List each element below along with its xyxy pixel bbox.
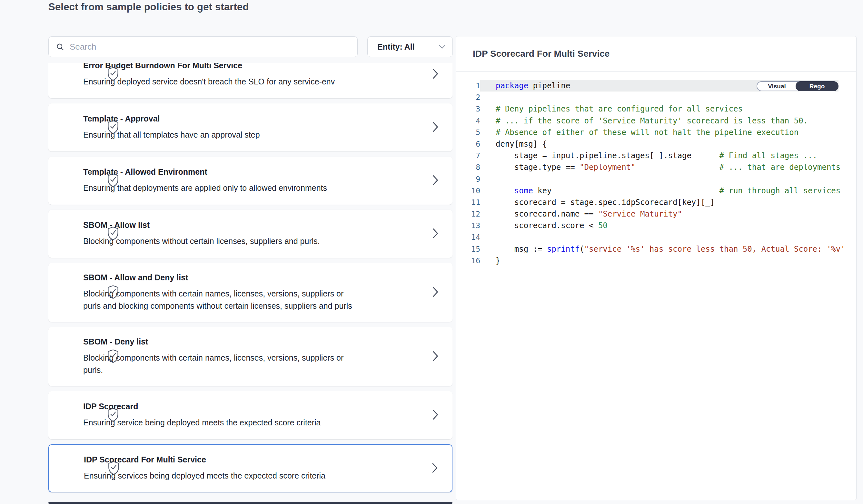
code-line-10: 10 some key # run through all services [456, 185, 856, 197]
code-line-15: 15 msg := sprintf("service '%s' has scor… [456, 243, 856, 255]
chevron-right-icon [433, 410, 438, 421]
line-number: 2 [456, 91, 480, 103]
policy-card-5[interactable]: SBOM - Allow and Deny listBlocking compo… [48, 263, 452, 322]
search-input[interactable] [70, 42, 357, 52]
policy-card-title: SBOM - Deny list [83, 337, 414, 346]
line-number: 11 [456, 197, 480, 208]
code-text: deny[msg] { [480, 138, 856, 150]
search-icon [56, 42, 64, 51]
policy-card-description: Ensuring services being deployed meets t… [84, 469, 413, 482]
line-number: 16 [456, 255, 480, 267]
code-text [480, 91, 856, 103]
detail-title: IDP Scorecard For Multi Service [473, 49, 610, 59]
policy-card-title: SBOM - Allow and Deny list [83, 273, 414, 282]
code-text: scorecard.name == "Service Maturity" [480, 208, 856, 220]
code-text: stage = input.pipeline.stages[_].stage #… [480, 150, 856, 161]
code-text: msg := sprintf("service '%s' has score l… [480, 243, 856, 255]
chevron-right-icon [433, 122, 438, 133]
policy-card-title: Template - Approval [83, 114, 414, 124]
code-line-16: 16} [456, 255, 856, 267]
entity-filter-label: Entity: All [377, 42, 415, 52]
policy-card-title: SBOM - Allow list [83, 220, 414, 230]
code-text: scorecard = stage.spec.idpScorecard[key]… [480, 197, 856, 208]
policy-card-description: Blocking components with certain names, … [83, 352, 414, 376]
shield-check-icon [107, 349, 119, 364]
line-number: 5 [456, 127, 480, 138]
rego-code-editor[interactable]: 1package pipeline23# Deny pipelines that… [456, 72, 856, 500]
shield-check-icon [107, 66, 119, 82]
policy-card-6[interactable]: SBOM - Deny listBlocking components with… [48, 327, 452, 386]
policy-card-4[interactable]: SBOM - Allow listBlocking components wit… [48, 210, 452, 258]
code-text: scorecard.score < 50 [480, 220, 856, 231]
view-mode-toggle: Visual Rego [756, 81, 838, 91]
page-title: Select from sample policies to get start… [48, 1, 249, 13]
code-text: some key # run through all services [480, 185, 856, 197]
code-line-4: 4# ... if the score of 'Service Maturity… [456, 115, 856, 127]
chevron-right-icon [433, 175, 438, 186]
policy-card-description: Ensuring service being deployed meets th… [83, 416, 414, 429]
entity-filter-dropdown[interactable]: Entity: All [367, 36, 453, 57]
line-number: 7 [456, 150, 480, 161]
line-number: 13 [456, 220, 480, 231]
policy-card-description: Ensuring that all templates have an appr… [83, 129, 414, 141]
policy-card-2[interactable]: Template - ApprovalEnsuring that all tem… [48, 103, 452, 152]
detail-header: IDP Scorecard For Multi Service [456, 36, 856, 72]
policy-card-title: Error Budget Burndown For Multi Service [83, 63, 414, 70]
policy-card-title: IDP Scorecard [83, 402, 414, 411]
line-number: 9 [456, 173, 480, 185]
policy-detail-panel: IDP Scorecard For Multi Service Visual R… [456, 36, 856, 500]
chevron-right-icon [433, 69, 438, 80]
indent-guide [496, 150, 496, 255]
code-line-14: 14 [456, 231, 856, 243]
line-number: 14 [456, 231, 480, 243]
code-text: # Absence of either of these will not ha… [480, 127, 856, 138]
shield-check-icon [107, 119, 119, 135]
code-line-11: 11 scorecard = stage.spec.idpScorecard[k… [456, 197, 856, 208]
chevron-right-icon [432, 463, 438, 474]
line-number: 4 [456, 115, 480, 127]
horizontal-scrollbar[interactable] [48, 502, 452, 504]
shield-check-icon [107, 173, 119, 189]
policy-card-1[interactable]: Error Budget Burndown For Multi ServiceE… [48, 63, 452, 98]
chevron-right-icon [433, 228, 438, 240]
code-text: # ... if the score of 'Service Maturity'… [480, 115, 856, 127]
code-line-9: 9 [456, 173, 856, 185]
shield-check-icon [107, 285, 119, 300]
policy-card-title: IDP Scorecard For Multi Service [84, 455, 413, 464]
code-line-3: 3# Deny pipelines that are configured fo… [456, 103, 856, 115]
code-text: stage.type == "Deployment" # ... that ar… [480, 161, 856, 173]
policy-card-description: Blocking components without certain lice… [83, 235, 414, 247]
shield-check-icon [108, 461, 120, 476]
code-line-13: 13 scorecard.score < 50 [456, 220, 856, 231]
code-text: } [480, 255, 856, 267]
toggle-option-rego[interactable]: Rego [796, 81, 838, 91]
chevron-down-icon [439, 45, 445, 49]
code-line-6: 6deny[msg] { [456, 138, 856, 150]
policy-card-7[interactable]: IDP ScorecardEnsuring service being depl… [48, 391, 452, 439]
code-line-7: 7 stage = input.pipeline.stages[_].stage… [456, 150, 856, 161]
policy-card-description: Ensuring deployed service doesn't breach… [83, 75, 414, 88]
policy-card-8[interactable]: IDP Scorecard For Multi ServiceEnsuring … [48, 444, 452, 492]
code-text [480, 231, 856, 243]
chevron-right-icon [433, 287, 438, 298]
search-box[interactable] [48, 36, 358, 57]
chevron-right-icon [433, 351, 438, 362]
line-number: 10 [456, 185, 480, 197]
policy-card-description: Ensuring that deployments are applied on… [83, 182, 414, 194]
toggle-option-visual[interactable]: Visual [757, 82, 797, 91]
shield-check-icon [107, 407, 119, 423]
policy-list: Error Budget Burndown For Multi ServiceE… [48, 63, 452, 504]
line-number: 3 [456, 103, 480, 115]
code-line-8: 8 stage.type == "Deployment" # ... that … [456, 161, 856, 173]
code-line-5: 5# Absence of either of these will not h… [456, 127, 856, 138]
line-number: 1 [456, 80, 480, 91]
code-line-2: 2 [456, 91, 856, 103]
code-line-12: 12 scorecard.name == "Service Maturity" [456, 208, 856, 220]
line-number: 12 [456, 208, 480, 220]
line-number: 6 [456, 138, 480, 150]
policy-card-description: Blocking components with certain names, … [83, 287, 414, 312]
line-number: 8 [456, 161, 480, 173]
code-text: # Deny pipelines that are configured for… [480, 103, 856, 115]
policy-card-3[interactable]: Template - Allowed EnvironmentEnsuring t… [48, 157, 452, 205]
code-text [480, 173, 856, 185]
